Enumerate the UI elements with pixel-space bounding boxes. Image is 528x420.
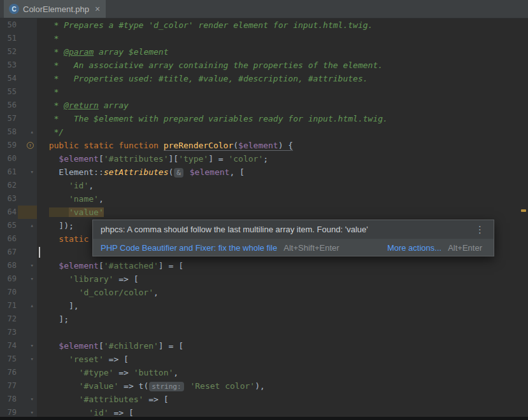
code-line-content[interactable]: ], [37, 299, 528, 312]
tab-colorelement-php[interactable]: C ColorElement.php × [4, 0, 106, 18]
code-token: ) { [278, 141, 293, 151]
code-line-content[interactable]: '#type' => 'button', [37, 366, 528, 379]
code-line-content[interactable]: Element::setAttributes(& $element, [ [37, 165, 528, 179]
code-line: 54 * Properties used: #title, #value, #d… [0, 72, 528, 85]
code-line-content[interactable]: '#value' => t(string: 'Reset color'), [37, 379, 528, 393]
code-token: 'value' [69, 207, 104, 217]
code-token: 'button' [134, 368, 174, 377]
warning-stripe-mark[interactable] [521, 209, 526, 212]
line-number: 73 [4, 326, 17, 339]
code-line: 56 * @return array [0, 99, 528, 112]
code-token [39, 408, 89, 417]
code-line-content[interactable]: * @return array [37, 99, 528, 112]
line-number: 67 [4, 246, 17, 259]
code-token: => [118, 381, 138, 391]
code-token: */ [39, 127, 64, 137]
gutter-icons: ▴ [17, 303, 37, 309]
tab-title: ColorElement.php [23, 4, 89, 14]
fold-marker-icon[interactable]: ▾ [31, 263, 34, 269]
gutter: 69▾ [0, 272, 37, 286]
gutter: 76 [0, 366, 37, 379]
gutter: 51 [0, 32, 37, 45]
code-line-content[interactable]: $element['#children'] = [ [37, 339, 528, 353]
inspection-message: phpcs: A comma should follow the last mu… [101, 225, 474, 234]
quickfix-link[interactable]: PHP Code Beautifier and Fixer: fix the w… [101, 243, 277, 253]
code-token: => [ [109, 408, 134, 417]
ide-window: C ColorElement.php × 50 * Prepares a #ty… [0, 0, 528, 420]
line-number: 63 [4, 192, 17, 206]
code-line-content[interactable]: * @param array $element [37, 45, 528, 59]
code-token: t( [139, 381, 149, 391]
gutter: 55 [0, 85, 37, 99]
code-token [39, 288, 79, 297]
fold-marker-icon[interactable]: ▴ [31, 303, 34, 309]
code-token: '#attributes' [79, 395, 144, 404]
code-token: * [39, 87, 59, 97]
code-token: , [ [229, 167, 244, 177]
code-line-content[interactable]: * [37, 85, 528, 99]
code-line-content[interactable]: public static function preRenderColor($e… [37, 139, 528, 152]
gutter: 57 [0, 112, 37, 125]
code-line-content[interactable]: * Properties used: #title, #value, #desc… [37, 72, 528, 85]
gutter: 67 [0, 246, 37, 259]
fold-marker-icon[interactable]: ▾ [31, 343, 34, 349]
code-token: '#value' [79, 381, 119, 391]
line-number: 55 [4, 85, 17, 99]
code-line-content[interactable]: 'name', [37, 192, 528, 206]
fold-marker-icon[interactable]: ▾ [31, 356, 34, 362]
code-token [39, 207, 49, 217]
fold-marker-icon[interactable]: ▾ [31, 410, 34, 416]
code-line-content[interactable]: * Prepares a #type 'd_color' render elem… [37, 18, 528, 32]
gutter: 54 [0, 72, 37, 85]
gutter-icons: ▴ [17, 223, 37, 228]
code-token: * Prepares a #type 'd_color' render elem… [39, 20, 373, 30]
code-line-content[interactable]: */ [37, 125, 528, 139]
code-line: 68▾ $element['#attached'] = [ [0, 259, 528, 272]
error-stripe-scrollbar[interactable] [519, 18, 528, 417]
code-token: 'id' [89, 408, 108, 417]
fold-marker-icon[interactable]: ▴ [31, 129, 34, 135]
code-token: @param [64, 47, 94, 57]
code-line-content[interactable]: 'id', [37, 179, 528, 192]
code-line-content[interactable]: * An associative array containing the pr… [37, 59, 528, 72]
fold-marker-icon[interactable]: ▴ [31, 223, 34, 228]
code-line-content[interactable]: $element['#attached'] = [ [37, 259, 528, 272]
php-class-icon: C [9, 4, 19, 14]
code-token: [ [99, 154, 104, 164]
code-token: * An associative array containing the pr… [39, 60, 383, 70]
code-line-content[interactable]: ]; [37, 312, 528, 326]
code-line-content[interactable]: '#attributes' => [ [37, 393, 528, 406]
code-line: 57 * The $element with prepared variable… [0, 112, 528, 125]
code-token: array [99, 101, 129, 110]
code-token: => [ [104, 354, 129, 364]
code-line: 60 $element['#attributes']['type'] = 'co… [0, 152, 528, 165]
code-line-content[interactable]: 'value' [37, 206, 528, 219]
code-token: '#type' [79, 368, 114, 377]
close-tab-icon[interactable]: × [95, 4, 100, 13]
fold-marker-icon[interactable]: ▾ [31, 276, 34, 282]
code-line-content[interactable] [37, 326, 528, 339]
more-actions-link[interactable]: More actions... [387, 243, 441, 253]
code-line-content[interactable]: $element['#attributes']['type'] = 'color… [37, 152, 528, 165]
code-token [39, 341, 59, 351]
inspection-actions-row: PHP Code Beautifier and Fixer: fix the w… [93, 239, 494, 256]
code-token [39, 194, 69, 204]
gutter: 53 [0, 59, 37, 72]
code-line: 62 'id', [0, 179, 528, 192]
override-method-icon[interactable]: ↑ [27, 142, 34, 149]
code-line-content[interactable]: * [37, 32, 528, 45]
kebab-menu-icon[interactable]: ⋮ [474, 224, 486, 235]
code-line-content[interactable]: * The $element with prepared variables r… [37, 112, 528, 125]
code-line: 74▾ $element['#children'] = [ [0, 339, 528, 353]
code-line-content[interactable]: 'reset' => [ [37, 353, 528, 366]
code-line-content[interactable]: 'library' => [ [37, 272, 528, 286]
gutter: 62 [0, 179, 37, 192]
fold-marker-icon[interactable]: ▾ [31, 169, 34, 175]
gutter: 61▾ [0, 165, 37, 179]
code-token: ][ [169, 154, 179, 164]
code-line-content[interactable]: 'd_color/color', [37, 286, 528, 299]
fold-marker-icon[interactable]: ▾ [31, 396, 34, 402]
code-token [39, 154, 59, 164]
code-line: 72 ]; [0, 312, 528, 326]
code-token: public static function [49, 141, 164, 150]
